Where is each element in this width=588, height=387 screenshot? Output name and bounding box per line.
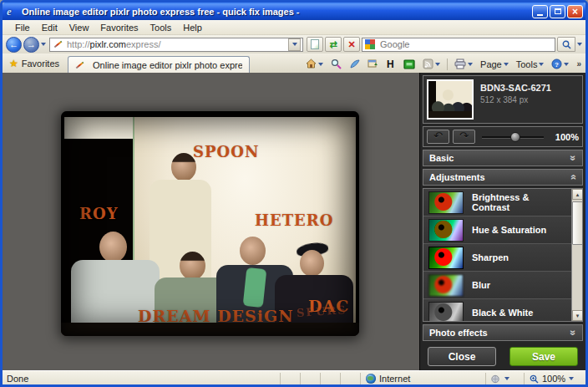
adjustment-item-sharpen[interactable]: Sharpen <box>423 244 571 272</box>
google-logo-icon <box>365 39 375 49</box>
photo-image[interactable]: SPURS SPOON ROY HETERO DREAM DESiGN DAC <box>61 111 359 336</box>
green-screen-icon <box>403 59 415 69</box>
stop-button[interactable]: ✕ <box>343 37 360 52</box>
page-icon <box>311 39 319 49</box>
section-adjustments-label: Adjustments <box>429 172 485 182</box>
tools-dropdown-icon <box>539 63 544 66</box>
forward-button[interactable]: → <box>23 37 39 53</box>
section-adjustments[interactable]: Adjustments » <box>423 169 583 186</box>
toolbar-overflow-button[interactable]: » <box>574 59 584 69</box>
editor-canvas: SPURS SPOON ROY HETERO DREAM DESiGN DAC <box>3 73 419 370</box>
print-dropdown-icon[interactable] <box>468 63 473 66</box>
chevron-down-icon <box>504 377 509 380</box>
scrollbar-thumb[interactable] <box>572 201 583 245</box>
section-photo-effects-label: Photo effects <box>429 328 488 338</box>
svg-text:?: ? <box>555 61 559 69</box>
page-menu-button[interactable]: Page <box>478 59 511 70</box>
h-logo-icon: H <box>386 59 396 69</box>
zoom-slider[interactable] <box>482 130 544 144</box>
browser-window: e Online image editor pixlr photo expres… <box>0 0 588 387</box>
protected-mode-cell[interactable] <box>485 373 524 385</box>
search-options-dropdown-icon[interactable] <box>577 43 582 46</box>
back-button[interactable]: ← <box>6 37 22 53</box>
feeds-dropdown-icon[interactable] <box>435 63 440 66</box>
home-icon <box>306 59 317 69</box>
brightness-contrast-thumbnail <box>428 191 464 214</box>
stop-icon: ✕ <box>347 39 355 50</box>
tab-command-bar: ★ Favorites Online image editor pixlr ph… <box>3 53 585 73</box>
home-button[interactable] <box>303 58 326 70</box>
photo-label-dream-design: DREAM DESiGN <box>138 307 294 325</box>
menu-file[interactable]: File <box>9 22 36 33</box>
adjustment-item-black-white[interactable]: Black & White <box>423 299 571 322</box>
zoom-magnifier-icon <box>530 374 539 384</box>
person-cap-head <box>300 250 324 277</box>
send-window-addon-button[interactable] <box>365 58 381 70</box>
sharpen-thumbnail <box>428 247 464 269</box>
menu-help[interactable]: Help <box>177 22 208 33</box>
menu-edit[interactable]: Edit <box>36 22 63 33</box>
close-button[interactable]: Close <box>428 347 496 366</box>
menu-tools[interactable]: Tools <box>144 22 178 33</box>
feeds-button[interactable] <box>420 58 443 70</box>
url-path: express/ <box>126 39 161 49</box>
search-input[interactable] <box>378 38 552 50</box>
undo-button[interactable]: ↶ <box>427 130 449 144</box>
adjustment-label: Hue & Saturation <box>472 225 546 235</box>
scroll-down-button[interactable]: ▼ <box>572 310 583 321</box>
browser-viewport: SPURS SPOON ROY HETERO DREAM DESiGN DAC … <box>3 73 585 370</box>
star-icon: ★ <box>9 58 18 69</box>
section-basic[interactable]: Basic » <box>423 150 583 166</box>
address-input[interactable]: http://pixlr.comexpress/ <box>49 38 303 52</box>
adjustments-scrollbar[interactable]: ▲ ▼ <box>571 189 582 321</box>
history-dropdown-icon[interactable] <box>41 43 46 46</box>
zoom-level-cell[interactable]: 100% <box>524 373 585 385</box>
close-window-button[interactable]: × <box>567 5 583 18</box>
home-dropdown-icon[interactable] <box>318 63 323 66</box>
zoom-slider-knob[interactable] <box>510 132 520 142</box>
refresh-button[interactable]: ⇄ <box>325 37 342 52</box>
section-photo-effects[interactable]: Photo effects » <box>423 324 583 341</box>
redo-button[interactable]: ↷ <box>453 130 475 144</box>
maximize-button[interactable] <box>550 5 565 18</box>
adjustment-label: Sharpen <box>472 252 509 262</box>
status-cell <box>320 373 340 385</box>
maximize-icon <box>555 8 561 14</box>
green-addon-button[interactable] <box>401 59 418 70</box>
page-preview-button[interactable] <box>307 37 323 52</box>
menu-favorites[interactable]: Favorites <box>94 22 144 33</box>
photo-label-roy: ROY <box>79 205 119 222</box>
blue-addon-button[interactable] <box>347 58 362 70</box>
scroll-up-button[interactable]: ▲ <box>572 189 583 200</box>
h-addon-button[interactable]: H <box>383 58 398 70</box>
tab-favicon <box>76 61 84 69</box>
adjustment-item-blur[interactable]: Blur <box>423 272 571 299</box>
section-basic-label: Basic <box>429 153 454 163</box>
image-thumbnail[interactable] <box>427 79 474 120</box>
help-menu-button[interactable]: ? <box>549 58 571 70</box>
adjustment-label: Brightness & Contrast <box>472 192 566 212</box>
save-button[interactable]: Save <box>509 347 578 366</box>
status-cell <box>300 373 320 385</box>
browser-zoom-value: 100% <box>542 374 565 384</box>
minimize-button[interactable] <box>532 5 548 18</box>
adjustment-item-hue-saturation[interactable]: Hue & Saturation <box>423 216 571 244</box>
page-dropdown-icon <box>504 63 509 66</box>
adjustment-item-brightness-contrast[interactable]: Brightness & Contrast <box>423 189 571 216</box>
menu-view[interactable]: View <box>63 22 95 33</box>
command-bar: H Page Tools ? <box>250 58 584 73</box>
tab-pixlr[interactable]: Online image editor pixlr photo express … <box>68 56 250 73</box>
title-bar[interactable]: e Online image editor pixlr photo expres… <box>3 3 585 20</box>
research-addon-button[interactable] <box>328 58 344 70</box>
favorites-button[interactable]: ★ Favorites <box>4 55 68 73</box>
tools-menu-button[interactable]: Tools <box>514 59 547 70</box>
status-cell <box>280 373 300 385</box>
address-dropdown-button[interactable] <box>288 38 301 51</box>
search-go-button[interactable] <box>557 37 575 52</box>
adjustment-label: Blur <box>472 280 490 290</box>
person-scarf-head <box>240 237 266 265</box>
chevron-down-icon <box>292 43 297 46</box>
search-box[interactable] <box>362 38 555 52</box>
print-button[interactable] <box>452 58 475 70</box>
toolbar-separator <box>447 59 448 70</box>
